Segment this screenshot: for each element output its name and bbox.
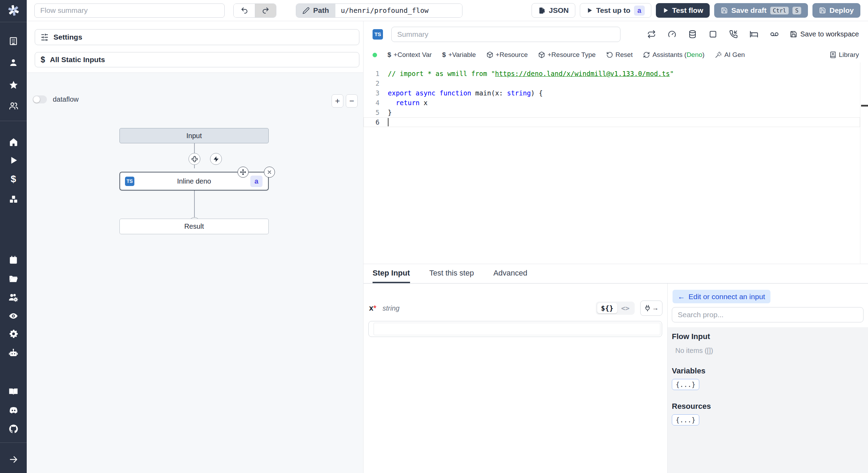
- suspend-phone-incoming-icon[interactable]: [729, 30, 738, 39]
- cache-database-icon[interactable]: [688, 30, 697, 39]
- user-icon[interactable]: [0, 58, 27, 67]
- retry-repeat-icon[interactable]: [647, 30, 656, 39]
- save-to-workspace-button[interactable]: Save to workspace: [790, 30, 859, 38]
- connect-input-plug-button[interactable]: →: [640, 301, 662, 316]
- flow-settings-button[interactable]: Settings: [35, 29, 359, 45]
- arg-value-editor[interactable]: [368, 321, 662, 337]
- zoom-in-button[interactable]: +: [332, 94, 343, 108]
- code-line[interactable]: 6: [364, 117, 860, 127]
- code-editor[interactable]: 1// import * as wmill from "https://deno…: [364, 62, 868, 264]
- cursor-position-mark: [861, 105, 868, 107]
- github-icon[interactable]: [0, 424, 27, 434]
- flow-result-node[interactable]: Result: [119, 219, 269, 234]
- dataflow-toggle[interactable]: [33, 95, 47, 103]
- delete-step-button[interactable]: [264, 167, 275, 178]
- folders-icon[interactable]: [0, 274, 27, 284]
- arrow-right: →: [652, 304, 659, 312]
- docs-book-icon[interactable]: [0, 387, 27, 397]
- sleep-bed-icon[interactable]: [750, 30, 758, 39]
- tab-step-input[interactable]: Step Input: [373, 264, 410, 283]
- code-line[interactable]: 3export async function main(x: string) {: [364, 88, 868, 98]
- flow-input-node[interactable]: Input: [119, 128, 269, 143]
- dollar-icon: $: [387, 51, 391, 59]
- assistant-robot-icon[interactable]: [0, 348, 27, 358]
- add-variable-button[interactable]: $+Variable: [442, 51, 476, 59]
- wand-icon: [715, 51, 722, 58]
- flow-summary-input[interactable]: [34, 3, 225, 18]
- save-icon: [819, 7, 826, 14]
- settings-gear-icon[interactable]: [0, 329, 27, 339]
- result-node-label: Result: [184, 222, 204, 230]
- mock-square-icon[interactable]: [709, 30, 717, 39]
- input-node-label: Input: [186, 132, 202, 140]
- deploy-label: Deploy: [829, 6, 854, 15]
- discord-icon[interactable]: [0, 405, 27, 416]
- step-node-inline-deno[interactable]: TS Inline deno a: [119, 172, 269, 191]
- library-button[interactable]: Library: [829, 51, 859, 59]
- test-up-to-step-badge[interactable]: a: [634, 6, 645, 16]
- add-resource-type-button[interactable]: +Resource Type: [538, 51, 596, 59]
- template-mode-toggle[interactable]: ${}: [597, 303, 617, 313]
- bottom-pane: x* string ${} <> →: [364, 284, 868, 473]
- add-resource-button[interactable]: +Resource: [486, 51, 528, 59]
- workers-users-cog-icon[interactable]: [0, 293, 27, 303]
- add-trigger-bolt-button[interactable]: [210, 153, 222, 165]
- move-step-button[interactable]: [237, 167, 249, 178]
- resources-cubes-icon[interactable]: [0, 194, 27, 204]
- kbd-ctrl: Ctrl: [770, 7, 789, 15]
- code-line[interactable]: 2: [364, 78, 868, 88]
- tab-advanced[interactable]: Advanced: [493, 264, 527, 283]
- line-number: 1: [364, 70, 388, 77]
- favorites-star-icon[interactable]: [0, 80, 27, 90]
- home-icon[interactable]: [0, 137, 27, 147]
- early-stop-gauge-icon[interactable]: [668, 30, 676, 39]
- path-input[interactable]: [335, 4, 462, 17]
- package-icon: [538, 51, 545, 58]
- kbd-s: S: [792, 7, 801, 15]
- schedules-calendar-icon[interactable]: [0, 255, 27, 265]
- save-draft-button[interactable]: Save draft Ctrl S: [714, 3, 808, 18]
- add-context-var-button[interactable]: $+Context Var: [387, 51, 432, 59]
- variables-dollar-icon[interactable]: $: [0, 175, 27, 184]
- undo-button[interactable]: [234, 4, 255, 17]
- play-icon: [662, 7, 669, 14]
- flow-input-empty: No items ([]): [675, 347, 864, 355]
- resources-object-chip[interactable]: {...}: [672, 414, 699, 425]
- save-icon: [790, 31, 797, 38]
- deploy-button[interactable]: Deploy: [812, 3, 860, 18]
- variables-object-chip[interactable]: {...}: [672, 379, 699, 390]
- step-editor-panel: TS Save to workspace $+Context Var $+Var…: [363, 21, 868, 473]
- flow-canvas[interactable]: dataflow + − Input TS Inline deno a: [27, 73, 363, 473]
- tab-test-this-step[interactable]: Test this step: [429, 264, 474, 283]
- workspace-icon[interactable]: [0, 36, 27, 46]
- zoom-out-button[interactable]: −: [346, 94, 358, 108]
- code-line[interactable]: 1// import * as wmill from "https://deno…: [364, 69, 868, 78]
- step-node-label: Inline deno: [177, 177, 211, 185]
- step-summary-input[interactable]: [391, 27, 620, 42]
- reset-button[interactable]: Reset: [606, 51, 633, 59]
- concurrency-voicemail-icon[interactable]: [770, 30, 779, 39]
- groups-icon[interactable]: [0, 101, 27, 111]
- prop-search-input[interactable]: [672, 307, 863, 322]
- all-static-inputs-button[interactable]: $ All Static Inputs: [35, 52, 359, 67]
- code-line[interactable]: 5}: [364, 108, 868, 117]
- test-flow-button[interactable]: Test flow: [656, 3, 710, 18]
- editor-overview-ruler[interactable]: [860, 62, 868, 264]
- edit-or-connect-button[interactable]: ← Edit or connect an input: [673, 290, 770, 303]
- rotate-ccw-icon: [606, 51, 613, 58]
- code-mode-toggle[interactable]: <>: [617, 303, 633, 313]
- audit-eye-icon[interactable]: [0, 311, 27, 321]
- test-up-to-button[interactable]: Test up to a: [580, 3, 651, 18]
- json-button[interactable]: JSON: [532, 3, 575, 18]
- edit-path-button[interactable]: Path: [296, 4, 335, 17]
- expand-sidebar-arrow-icon[interactable]: [0, 455, 27, 464]
- add-step-button-top[interactable]: [189, 153, 200, 165]
- arg-value-input[interactable]: [374, 323, 660, 335]
- ai-gen-button[interactable]: AI Gen: [715, 51, 745, 59]
- code-line[interactable]: 4 return x: [364, 98, 868, 108]
- redo-button[interactable]: [255, 4, 276, 17]
- assistants-button[interactable]: Assistants (Deno): [643, 51, 704, 59]
- runs-play-icon[interactable]: [0, 156, 27, 165]
- sidebar-divider: [0, 442, 27, 443]
- windmill-logo[interactable]: [0, 4, 27, 17]
